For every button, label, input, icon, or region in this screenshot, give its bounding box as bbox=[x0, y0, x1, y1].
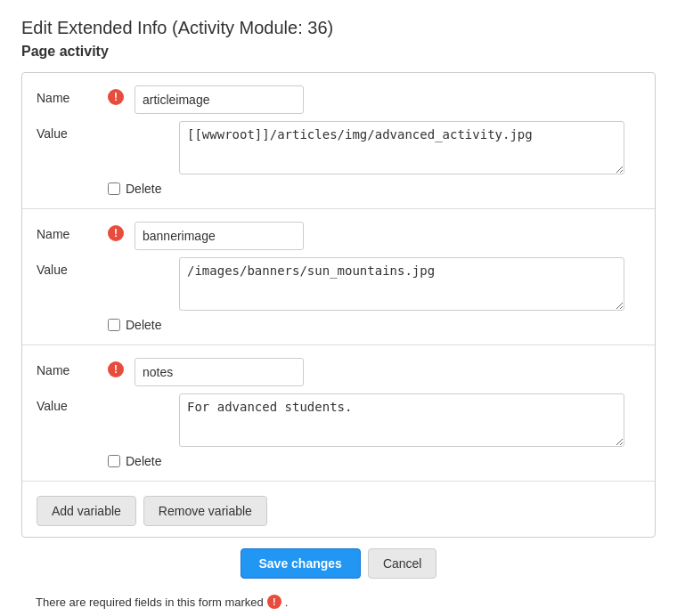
delete-checkbox-3[interactable] bbox=[108, 455, 120, 467]
delete-label-3: Delete bbox=[126, 454, 161, 468]
value-field-group-3: Value For advanced students. bbox=[37, 393, 640, 447]
cancel-button[interactable]: Cancel bbox=[368, 548, 437, 579]
required-note-suffix: . bbox=[285, 596, 289, 609]
variable-buttons-row: Add variable Remove variable bbox=[22, 482, 655, 537]
remove-variable-button[interactable]: Remove variable bbox=[143, 496, 267, 526]
name-input-wrapper-3 bbox=[135, 358, 304, 386]
form-section: Name ! Value [[wwwroot]]/articles/img/ad… bbox=[21, 72, 656, 538]
delete-row-2: Delete bbox=[108, 318, 640, 332]
required-note-icon: ! bbox=[267, 595, 281, 609]
name-field-group-2: Name ! bbox=[37, 222, 640, 250]
name-field-group-1: Name ! bbox=[37, 85, 640, 114]
value-label-3: Value bbox=[37, 393, 108, 413]
required-icon-2: ! bbox=[108, 225, 124, 241]
delete-row-1: Delete bbox=[108, 182, 640, 196]
value-textarea-1[interactable]: [[wwwroot]]/articles/img/advanced_activi… bbox=[179, 121, 624, 174]
delete-row-3: Delete bbox=[108, 454, 640, 468]
form-row-1: Name ! Value [[wwwroot]]/articles/img/ad… bbox=[22, 73, 655, 209]
name-label-3: Name bbox=[37, 358, 108, 377]
name-input-wrapper-1 bbox=[135, 85, 304, 114]
name-label-2: Name bbox=[37, 222, 108, 241]
delete-checkbox-1[interactable] bbox=[108, 182, 120, 195]
required-note-text: There are required fields in this form m… bbox=[36, 596, 264, 609]
save-changes-button[interactable]: Save changes bbox=[241, 548, 361, 579]
name-input-wrapper-2 bbox=[135, 222, 304, 250]
name-input-1[interactable] bbox=[135, 85, 304, 114]
delete-label-1: Delete bbox=[126, 182, 161, 196]
form-row-3: Name ! Value For advanced students. Dele… bbox=[22, 345, 655, 482]
delete-label-2: Delete bbox=[126, 318, 161, 332]
page-wrapper: Edit Extended Info (Activity Module: 36)… bbox=[0, 0, 677, 616]
value-label-2: Value bbox=[37, 257, 108, 277]
page-subtitle: Page activity bbox=[21, 44, 656, 60]
add-variable-button[interactable]: Add variable bbox=[37, 496, 136, 526]
name-field-group-3: Name ! bbox=[37, 358, 640, 386]
page-title: Edit Extended Info (Activity Module: 36) bbox=[21, 18, 656, 38]
name-input-2[interactable] bbox=[135, 222, 304, 250]
name-label-1: Name bbox=[37, 85, 108, 105]
required-icon-3: ! bbox=[108, 361, 124, 377]
required-note: There are required fields in this form m… bbox=[21, 588, 656, 612]
value-textarea-2[interactable]: /images/banners/sun_mountains.jpg bbox=[179, 257, 624, 311]
value-label-1: Value bbox=[37, 121, 108, 141]
delete-checkbox-2[interactable] bbox=[108, 319, 120, 331]
value-textarea-3[interactable]: For advanced students. bbox=[179, 393, 624, 447]
form-row-2: Name ! Value /images/banners/sun_mountai… bbox=[22, 209, 655, 345]
value-field-group-2: Value /images/banners/sun_mountains.jpg bbox=[37, 257, 640, 311]
required-icon-1: ! bbox=[108, 89, 124, 105]
name-input-3[interactable] bbox=[135, 358, 304, 386]
save-cancel-row: Save changes Cancel bbox=[21, 538, 656, 588]
value-field-group-1: Value [[wwwroot]]/articles/img/advanced_… bbox=[37, 121, 640, 174]
